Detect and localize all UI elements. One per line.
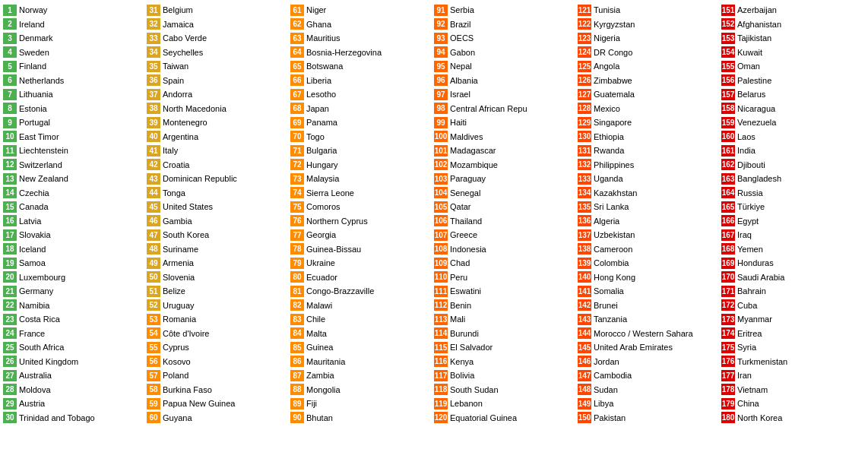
rank-badge: 99: [434, 117, 448, 128]
country-name: Samoa: [19, 256, 46, 270]
country-name: Austria: [19, 397, 45, 411]
list-item: 152Afghanistan: [721, 17, 865, 32]
rank-badge: 111: [434, 286, 448, 297]
country-name: Argentina: [163, 130, 198, 144]
country-name: Guinea-Bissau: [306, 242, 361, 257]
rank-badge: 54: [147, 327, 160, 339]
list-item: 101Madagascar: [434, 144, 578, 158]
rank-badge: 43: [147, 173, 160, 185]
country-name: Israel: [450, 87, 470, 102]
list-item: 60Guyana: [147, 411, 290, 425]
country-name: Lithuania: [19, 87, 53, 102]
rank-badge: 44: [147, 187, 160, 198]
rank-badge: 62: [290, 18, 304, 30]
country-name: Guyana: [163, 411, 192, 425]
list-item: 105Qatar: [434, 200, 578, 214]
list-item: 66Liberia: [290, 74, 434, 88]
country-name: Denmark: [19, 31, 53, 46]
list-item: 177Iran: [721, 368, 865, 383]
rank-badge: 21: [3, 286, 17, 297]
country-name: Tanzania: [594, 312, 627, 327]
country-name: Kuwait: [737, 46, 762, 60]
list-item: 36Spain: [147, 74, 290, 88]
list-item: 51Belize: [147, 284, 290, 299]
rank-badge: 148: [578, 384, 591, 395]
country-name: Congo-Brazzaville: [306, 284, 374, 299]
list-item: 4Sweden: [3, 46, 147, 60]
rank-badge: 117: [434, 370, 448, 381]
column-2: 31Belgium32Jamaica33Cabo Verde34Seychell…: [147, 3, 290, 425]
rank-badge: 152: [721, 18, 735, 30]
rank-badge: 156: [721, 74, 735, 86]
rank-badge: 64: [290, 46, 304, 58]
country-name: East Timor: [19, 130, 59, 144]
list-item: 142Brunei: [578, 299, 721, 313]
list-item: 6Netherlands: [3, 74, 147, 88]
list-item: 180North Korea: [721, 411, 865, 425]
list-item: 123Nigeria: [578, 31, 721, 46]
country-name: Andorra: [163, 87, 192, 102]
list-item: 122Kyrgyzstan: [578, 17, 721, 32]
list-item: 155Oman: [721, 59, 865, 74]
country-name: Latvia: [19, 214, 41, 229]
country-name: Bulgaria: [306, 144, 337, 158]
list-item: 88Mongolia: [290, 383, 434, 397]
rank-badge: 106: [434, 215, 448, 226]
rank-badge: 46: [147, 215, 160, 226]
list-item: 14Czechia: [3, 186, 147, 201]
country-name: Hungary: [306, 158, 338, 172]
rank-badge: 63: [290, 33, 304, 44]
list-item: 132Philippines: [578, 158, 721, 172]
list-item: 1Norway: [3, 3, 147, 17]
rank-badge: 154: [721, 46, 735, 58]
list-item: 45United States: [147, 200, 290, 214]
rank-badge: 48: [147, 243, 160, 255]
country-name: Equatorial Guinea: [450, 411, 517, 425]
list-item: 121Tunisia: [578, 3, 721, 17]
rank-badge: 33: [147, 33, 160, 44]
list-item: 49Armenia: [147, 256, 290, 270]
country-name: South Korea: [163, 228, 209, 242]
rank-badge: 125: [578, 61, 591, 72]
rank-badge: 42: [147, 159, 160, 170]
list-item: 143Tanzania: [578, 312, 721, 327]
list-item: 7Lithuania: [3, 87, 147, 102]
country-name: Iran: [737, 368, 752, 383]
list-item: 170Saudi Arabia: [721, 270, 865, 285]
rank-badge: 144: [578, 327, 591, 339]
country-name: Palestine: [737, 74, 771, 88]
list-item: 108Indonesia: [434, 242, 578, 257]
rank-badge: 159: [721, 117, 735, 128]
country-name: Bosnia-Herzegovina: [306, 46, 382, 60]
list-item: 3Denmark: [3, 31, 147, 46]
country-name: Bahrain: [737, 284, 766, 299]
list-item: 147Cambodia: [578, 368, 721, 383]
rank-badge: 166: [721, 215, 735, 226]
country-name: Dominican Republic: [163, 172, 237, 186]
list-item: 2Ireland: [3, 17, 147, 32]
rank-badge: 168: [721, 243, 735, 255]
rank-badge: 69: [290, 117, 304, 128]
country-name: Armenia: [163, 256, 194, 270]
list-item: 134Kazakhstan: [578, 186, 721, 201]
country-name: Mozambique: [450, 158, 498, 172]
country-name: Panama: [306, 115, 337, 130]
country-name: New Zealand: [19, 172, 68, 186]
list-item: 118South Sudan: [434, 383, 578, 397]
rank-badge: 129: [578, 117, 591, 128]
list-item: 9Portugal: [3, 115, 147, 130]
list-item: 150Pakistan: [578, 411, 721, 425]
list-item: 111Eswatini: [434, 284, 578, 299]
list-item: 83Chile: [290, 312, 434, 327]
rank-badge: 4: [3, 46, 17, 58]
list-item: 31Belgium: [147, 3, 290, 17]
rank-badge: 52: [147, 299, 160, 311]
list-item: 68Japan: [290, 102, 434, 116]
list-item: 57Poland: [147, 368, 290, 383]
rank-badge: 157: [721, 89, 735, 100]
list-item: 15Canada: [3, 200, 147, 214]
rank-badge: 169: [721, 258, 735, 269]
rank-badge: 165: [721, 201, 735, 213]
country-name: Malaysia: [306, 172, 339, 186]
country-name: El Salvador: [450, 340, 493, 355]
